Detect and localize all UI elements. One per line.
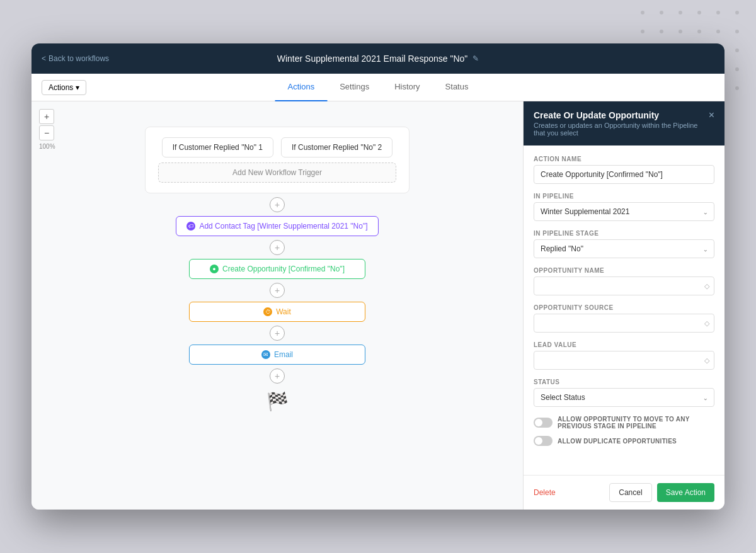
lead-value-field-group: LEAD VALUE ◇: [534, 341, 714, 370]
pipeline-stage-select[interactable]: Replied "No": [534, 239, 714, 258]
app-container: Back to workflows Winter Supplemental 20…: [32, 43, 724, 510]
lead-value-label: LEAD VALUE: [534, 341, 714, 348]
toggle-duplicate-row: ALLOW DUPLICATE OPPORTUNITIES: [534, 436, 714, 446]
opportunity-name-icon: ◇: [704, 282, 709, 290]
right-panel: Create Or Update Opportunity Creates or …: [523, 101, 724, 510]
opportunity-name-field-group: OPPORTUNITY NAME ◇: [534, 267, 714, 295]
opportunity-source-input-wrapper: ◇: [534, 314, 714, 333]
status-field-group: STATUS Select Status: [534, 379, 714, 407]
svg-point-2: [679, 11, 682, 14]
action-name-field-group: ACTION NAME: [534, 156, 714, 184]
svg-point-3: [697, 11, 701, 14]
close-panel-button[interactable]: ×: [709, 110, 714, 120]
opportunity-source-input[interactable]: [534, 314, 714, 333]
trigger-box-2[interactable]: If Customer Replied "No" 2: [281, 137, 392, 157]
connector-3[interactable]: +: [270, 283, 285, 298]
save-action-button[interactable]: Save Action: [657, 483, 714, 502]
toggle-duplicate[interactable]: [534, 436, 553, 446]
connector-4[interactable]: +: [270, 326, 285, 341]
main-content: + − 100% If Customer Replied "No" 1 If C…: [32, 101, 724, 510]
svg-point-11: [735, 30, 739, 33]
actions-dropdown-button[interactable]: Actions ▾: [42, 80, 86, 95]
tag-action-node[interactable]: 🏷 Add Contact Tag [Winter Supplemental 2…: [176, 216, 378, 236]
in-pipeline-field-group: IN PIPELINE Winter Supplemental 2021: [534, 193, 714, 221]
lead-value-input[interactable]: [534, 351, 714, 370]
sub-nav: Actions ▾ Actions Settings History Statu…: [32, 74, 724, 101]
lead-value-input-wrapper: ◇: [534, 351, 714, 370]
tab-actions[interactable]: Actions: [275, 74, 328, 101]
svg-point-7: [660, 30, 663, 33]
opportunity-source-icon: ◇: [704, 319, 709, 328]
tab-container: Actions Settings History Status: [275, 74, 481, 101]
pipeline-stage-label: IN PIPELINE STAGE: [534, 230, 714, 237]
in-pipeline-select-wrapper: Winter Supplemental 2021: [534, 202, 714, 221]
lead-value-icon: ◇: [704, 356, 709, 365]
opportunity-source-field-group: OPPORTUNITY SOURCE ◇: [534, 304, 714, 333]
status-label: STATUS: [534, 379, 714, 385]
action-name-label: ACTION NAME: [534, 156, 714, 162]
tag-node-icon: 🏷: [186, 222, 195, 231]
svg-point-29: [735, 86, 739, 90]
svg-point-10: [716, 30, 720, 33]
in-pipeline-select[interactable]: Winter Supplemental 2021: [534, 202, 714, 221]
workflow-canvas[interactable]: + − 100% If Customer Replied "No" 1 If C…: [32, 101, 523, 510]
email-action-node[interactable]: ✉ Email: [189, 345, 365, 365]
status-select-wrapper: Select Status: [534, 388, 714, 407]
workflow-title: Winter Supplemental 2021 Email Response …: [277, 54, 479, 64]
trigger-top-row: If Customer Replied "No" 1 If Customer R…: [158, 137, 396, 157]
footer-right-buttons: Cancel Save Action: [609, 483, 714, 502]
opportunity-node-icon: ●: [210, 265, 219, 273]
zoom-in-button[interactable]: +: [39, 109, 54, 124]
status-select[interactable]: Select Status: [534, 388, 714, 407]
wait-action-node[interactable]: ⏱ Wait: [189, 302, 365, 322]
chevron-down-icon: ▾: [76, 83, 79, 92]
in-pipeline-label: IN PIPELINE: [534, 193, 714, 200]
toggle-duplicate-label: ALLOW DUPLICATE OPPORTUNITIES: [558, 438, 677, 445]
pipeline-stage-field-group: IN PIPELINE STAGE Replied "No": [534, 230, 714, 258]
panel-subtitle: Creates or updates an Opportunity within…: [534, 122, 709, 137]
back-to-workflows-link[interactable]: Back to workflows: [42, 54, 109, 63]
svg-point-0: [641, 11, 644, 14]
toggle-previous-stage[interactable]: [534, 418, 553, 428]
zoom-level: 100%: [39, 143, 55, 150]
connector-2[interactable]: +: [270, 240, 285, 255]
svg-point-6: [641, 30, 644, 33]
top-bar: Back to workflows Winter Supplemental 20…: [32, 43, 724, 74]
cancel-button[interactable]: Cancel: [609, 483, 651, 502]
connector-1[interactable]: +: [270, 197, 285, 212]
opportunity-action-node[interactable]: ● Create Opportunity [Confirmed "No"]: [189, 259, 365, 279]
panel-title: Create Or Update Opportunity: [534, 110, 709, 120]
panel-header: Create Or Update Opportunity Creates or …: [524, 101, 724, 145]
wait-node-icon: ⏱: [263, 307, 272, 316]
panel-body: ACTION NAME IN PIPELINE Winter Supplemen…: [524, 145, 724, 475]
svg-point-4: [716, 11, 720, 14]
add-trigger-button[interactable]: Add New Workflow Trigger: [158, 162, 396, 183]
pipeline-stage-select-wrapper: Replied "No": [534, 239, 714, 258]
opportunity-name-input-wrapper: ◇: [534, 276, 714, 295]
trigger-container: If Customer Replied "No" 1 If Customer R…: [145, 127, 410, 193]
connector-5[interactable]: +: [270, 368, 285, 384]
zoom-controls: + − 100%: [39, 109, 55, 150]
opportunity-name-label: OPPORTUNITY NAME: [534, 267, 714, 274]
tab-status[interactable]: Status: [433, 74, 481, 101]
svg-point-1: [660, 11, 663, 14]
svg-point-5: [735, 11, 739, 14]
tab-history[interactable]: History: [382, 74, 432, 101]
workflow-content: If Customer Replied "No" 1 If Customer R…: [44, 114, 510, 412]
opportunity-source-label: OPPORTUNITY SOURCE: [534, 304, 714, 311]
svg-point-23: [735, 67, 739, 71]
zoom-out-button[interactable]: −: [39, 125, 54, 140]
edit-title-icon[interactable]: ✎: [472, 54, 479, 63]
svg-point-17: [735, 48, 739, 52]
delete-button[interactable]: Delete: [534, 488, 556, 497]
svg-point-8: [679, 30, 682, 33]
panel-footer: Delete Cancel Save Action: [524, 475, 724, 510]
action-name-input[interactable]: [534, 165, 714, 184]
opportunity-name-input[interactable]: [534, 276, 714, 295]
finish-flag: 🏁: [266, 391, 289, 412]
svg-point-9: [697, 30, 701, 33]
toggle-previous-stage-row: ALLOW OPPORTUNITY TO MOVE TO ANY PREVIOU…: [534, 416, 714, 430]
tab-settings[interactable]: Settings: [327, 74, 382, 101]
trigger-box-1[interactable]: If Customer Replied "No" 1: [162, 137, 273, 157]
email-node-icon: ✉: [261, 350, 270, 359]
